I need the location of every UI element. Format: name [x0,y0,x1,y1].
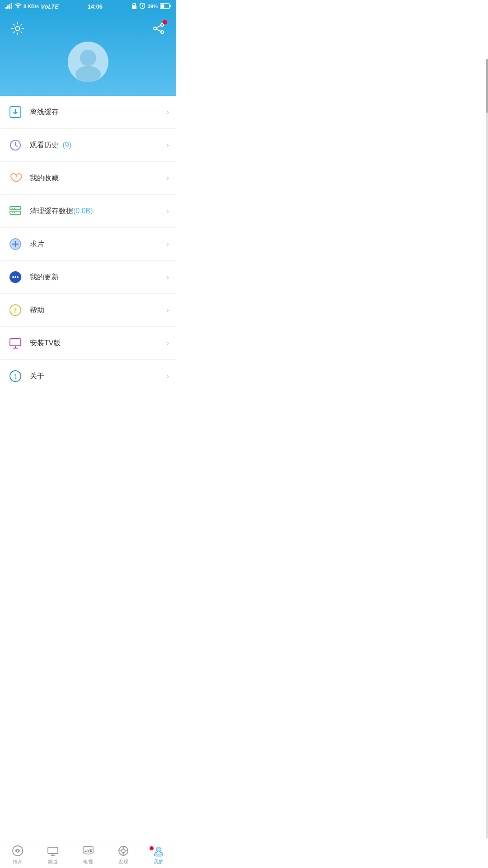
svg-point-13 [161,31,164,33]
header-icons-row [9,20,167,37]
menu-item-install-tv[interactable]: 安装TV版 › [0,327,176,360]
menu-item-help[interactable]: ? 帮助 › [0,294,176,327]
svg-point-4 [18,8,19,9]
battery-text: 39% [148,4,158,9]
menu-item-updates[interactable]: 我的更新 › [0,261,176,294]
favorites-label: 我的收藏 [30,174,163,183]
svg-line-15 [156,29,161,32]
alarm-icon [139,3,145,10]
svg-point-30 [12,276,14,278]
network-text: VoLTE [41,3,59,10]
menu-item-request[interactable]: 求片 › [0,228,176,261]
svg-rect-1 [7,5,9,9]
history-chevron: › [167,141,169,149]
install-tv-label: 安装TV版 [30,339,163,348]
menu-item-cache[interactable]: 清理缓存数据(0.0B) › [0,195,176,228]
help-icon: ? [7,302,23,318]
about-icon: ! [7,368,23,384]
svg-rect-20 [10,207,21,210]
about-chevron: › [167,372,169,380]
svg-line-14 [156,26,161,28]
cache-icon [7,203,23,219]
history-icon [7,137,23,153]
wifi-icon [14,3,22,9]
menu-item-offline[interactable]: 离线缓存 › [0,96,176,129]
cache-chevron: › [167,207,169,215]
share-badge [163,20,167,24]
svg-text:!: ! [14,373,16,380]
svg-rect-21 [10,211,21,214]
menu-item-history[interactable]: 观看历史 (9) › [0,129,176,162]
status-right: 39% [131,3,171,10]
history-badge: (9) [62,141,71,149]
svg-point-12 [154,27,156,30]
request-icon [7,236,23,252]
avatar[interactable] [68,42,108,82]
help-chevron: › [167,306,169,314]
about-label: 关于 [30,372,163,381]
header [0,13,176,96]
install-tv-icon [7,335,23,351]
svg-rect-0 [5,7,7,9]
history-label: 观看历史 (9) [30,141,163,150]
svg-rect-3 [11,3,12,9]
status-time: 14:06 [88,3,103,10]
favorites-chevron: › [167,174,169,182]
signal-icon [5,3,13,9]
svg-rect-2 [9,4,10,9]
menu-scroll-area: 离线缓存 › 观看历史 (9) › 我的收藏 › [0,96,176,422]
svg-point-16 [80,50,96,66]
install-tv-chevron: › [167,339,169,347]
cache-size: (0.0B) [73,207,93,215]
updates-icon [7,269,23,285]
menu-list: 离线缓存 › 观看历史 (9) › 我的收藏 › [0,96,176,392]
settings-button[interactable] [9,20,26,37]
updates-chevron: › [167,273,169,281]
status-left: 8 KB/s VoLTE [5,3,59,10]
favorites-icon [7,170,23,186]
battery-icon [160,3,171,10]
updates-label: 我的更新 [30,273,163,282]
help-label: 帮助 [30,306,163,315]
svg-point-10 [16,27,20,31]
svg-rect-9 [161,4,164,8]
share-button[interactable] [150,20,167,37]
request-chevron: › [167,240,169,248]
status-bar: 8 KB/s VoLTE 14:06 39% [0,0,176,13]
menu-item-favorites[interactable]: 我的收藏 › [0,162,176,195]
menu-item-about[interactable]: ! 关于 › [0,360,176,392]
svg-rect-5 [132,5,136,9]
svg-point-17 [75,66,101,82]
offline-chevron: › [167,108,169,116]
cache-label: 清理缓存数据(0.0B) [30,207,163,216]
svg-text:?: ? [14,307,17,314]
lock-icon [131,3,137,10]
speed-text: 8 KB/s [23,4,39,9]
offline-icon [7,104,23,120]
request-label: 求片 [30,240,163,249]
svg-rect-8 [170,5,171,7]
svg-point-31 [14,276,16,278]
svg-point-32 [17,276,19,278]
offline-label: 离线缓存 [30,108,163,117]
svg-rect-35 [10,339,21,346]
